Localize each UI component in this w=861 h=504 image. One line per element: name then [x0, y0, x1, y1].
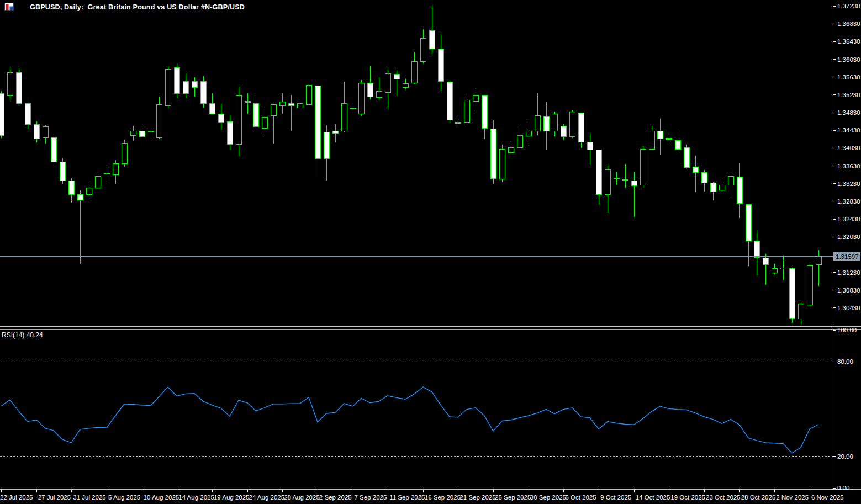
candle [789, 268, 795, 323]
candle [490, 120, 496, 184]
price-axis-label: 1.33630 [837, 163, 860, 169]
date-label[interactable]: 23 Oct 2025 [706, 494, 741, 501]
date-label[interactable]: 24 Aug 2025 [249, 494, 285, 501]
price-axis-label: 1.34430 [837, 127, 860, 134]
candle [358, 80, 364, 116]
chart-canvas[interactable]: 1.372301.368301.364301.360301.356301.352… [0, 0, 861, 504]
price-axis-label: 1.32830 [837, 198, 860, 205]
price-axis-label: 1.32430 [837, 216, 860, 222]
rsi-axis-label: 100.00 [837, 327, 857, 333]
price-axis-label: 1.36830 [837, 20, 860, 27]
rsi-axis-label: 20.00 [837, 453, 853, 460]
date-label[interactable]: 14 Oct 2025 [636, 494, 670, 501]
price-axis-label: 1.33230 [837, 181, 860, 187]
candle [25, 102, 30, 129]
date-label[interactable]: 25 Sep 2025 [495, 494, 531, 501]
date-label[interactable]: 9 Oct 2025 [600, 494, 631, 501]
date-label[interactable]: 28 Oct 2025 [741, 494, 776, 501]
candle [16, 68, 22, 105]
rsi-axis-label: 0.00 [837, 485, 849, 491]
bar-chart-icon [17, 2, 27, 12]
candle [684, 145, 689, 168]
candle [464, 96, 469, 127]
price-axis-label: 1.37230 [837, 3, 860, 9]
candle [807, 264, 812, 306]
date-label[interactable]: 7 Sep 2025 [355, 494, 387, 501]
date-label[interactable]: 27 Jul 2025 [38, 494, 71, 501]
price-axis-label: 1.34830 [837, 109, 860, 116]
rsi-axis-label: 80.00 [837, 358, 853, 365]
date-label[interactable]: 16 Sep 2025 [425, 494, 461, 501]
date-label[interactable]: 5 Oct 2025 [565, 494, 596, 501]
candle [447, 80, 452, 123]
date-label[interactable]: 11 Sep 2025 [389, 494, 425, 501]
pane-separator-line[interactable] [0, 329, 861, 330]
price-axis-label: 1.36030 [837, 56, 860, 63]
rsi-indicator-label: RSI(14) 40.24 [2, 331, 43, 339]
date-label[interactable]: 30 Sep 2025 [530, 494, 566, 501]
price-axis-label: 1.32030 [837, 234, 860, 240]
date-label[interactable]: 28 Aug 2025 [284, 494, 320, 501]
candle [122, 140, 127, 167]
chart-title: GBPUSD, Daily: Great Britain Pound vs US… [30, 3, 245, 11]
candle [165, 66, 171, 108]
candle [306, 84, 311, 106]
chart-background [0, 0, 861, 504]
candle [0, 91, 4, 138]
date-label[interactable]: 14 Aug 2025 [178, 494, 214, 501]
rsi-value: 40.24 [27, 331, 43, 339]
price-axis-label: 1.30430 [837, 305, 860, 311]
current-price-label: 1.31597 [836, 253, 859, 260]
date-label[interactable]: 6 Nov 2025 [811, 494, 844, 501]
date-label[interactable]: 31 Jul 2025 [73, 494, 105, 501]
candle [640, 146, 646, 188]
price-axis-label: 1.34030 [837, 145, 860, 151]
candle [60, 158, 65, 184]
candle [174, 63, 179, 98]
date-label[interactable]: 21 Sep 2025 [459, 494, 495, 501]
candle [499, 145, 505, 182]
rsi-name: RSI(14) [2, 331, 24, 339]
candle [569, 110, 575, 138]
price-axis-label: 1.30830 [837, 287, 860, 294]
price-axis-label: 1.35230 [837, 92, 860, 98]
mt-chart-window: 1.372301.368301.364301.360301.356301.352… [0, 0, 861, 504]
date-label[interactable]: 19 Oct 2025 [670, 494, 705, 501]
price-axis-label: 1.36430 [837, 38, 860, 45]
chart-title-bar: GBPUSD, Daily: Great Britain Pound vs US… [4, 2, 245, 12]
pane-separator-line[interactable] [0, 326, 861, 327]
date-label[interactable]: 19 Aug 2025 [214, 494, 250, 501]
date-label[interactable]: 2 Nov 2025 [776, 494, 809, 501]
date-label[interactable]: 22 Jul 2025 [0, 494, 33, 501]
date-label[interactable]: 10 Aug 2025 [144, 494, 179, 501]
date-label[interactable]: 5 Aug 2025 [108, 494, 140, 501]
date-label[interactable]: 2 Sep 2025 [319, 494, 352, 501]
time-axis-border [0, 489, 861, 490]
price-axis-label: 1.35630 [837, 74, 860, 81]
price-axis-label: 1.31230 [837, 269, 860, 276]
